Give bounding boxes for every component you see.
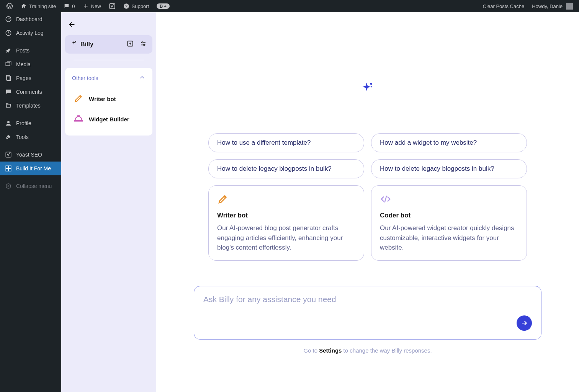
hero-sparkle-icon — [361, 81, 374, 95]
new-link[interactable]: New — [80, 0, 104, 12]
menu-posts[interactable]: Posts — [0, 44, 61, 57]
svg-rect-11 — [6, 166, 8, 168]
prompt-box — [194, 286, 541, 340]
chevron-up-icon — [139, 74, 146, 82]
back-button[interactable] — [65, 18, 79, 31]
templates-icon — [5, 102, 12, 109]
new-label: New — [91, 3, 101, 9]
avatar — [566, 3, 573, 10]
footer-note: Go to Settings to change the way Billy r… — [194, 347, 541, 354]
menu-yoast[interactable]: Yoast SEO — [0, 148, 61, 162]
yoast-icon — [5, 151, 12, 158]
clear-cache-link[interactable]: Clear Posts Cache — [480, 0, 527, 12]
suggestion-chip-2[interactable]: How to delete legacy blogposts in bulk? — [208, 159, 364, 178]
wp-admin-sidebar: Dashboard Activity Log Posts Media Pages… — [0, 12, 61, 392]
svg-point-19 — [144, 44, 145, 46]
menu-profile[interactable]: Profile — [0, 116, 61, 130]
hardhat-icon — [74, 114, 83, 125]
site-name-link[interactable]: Training site — [18, 0, 59, 12]
writer-bot-desc: Our AI-powered blog post generator craft… — [217, 223, 355, 253]
build-it-icon — [5, 165, 12, 172]
svg-point-15 — [6, 184, 11, 188]
dashboard-icon — [5, 15, 12, 23]
writer-bot-title: Writer bot — [217, 212, 355, 219]
billy-panel: Billy Other tools Writer bot Widget Buil… — [61, 12, 156, 392]
code-icon — [380, 193, 518, 206]
svg-point-9 — [7, 121, 10, 123]
tool-writer-bot[interactable]: Writer bot — [72, 89, 146, 109]
svg-text:?: ? — [125, 4, 128, 8]
svg-point-18 — [142, 42, 143, 43]
wp-logo[interactable] — [3, 0, 16, 12]
profile-icon — [5, 119, 12, 127]
media-icon — [5, 60, 12, 68]
svg-point-21 — [371, 86, 372, 87]
suggestion-chip-3[interactable]: How to delete legacy blogposts in bulk? — [371, 159, 527, 178]
comments-count: 0 — [72, 3, 75, 9]
menu-collapse[interactable]: Collapse menu — [0, 179, 61, 193]
settings-link[interactable]: Settings — [319, 347, 342, 354]
pin-icon — [5, 47, 12, 54]
new-chat-button[interactable] — [126, 40, 134, 49]
main-content: How to use a different template? How add… — [156, 12, 579, 392]
sparkle-icon — [70, 40, 77, 49]
pages-icon — [5, 74, 12, 82]
howdy-link[interactable]: Howdy, Daniel — [529, 0, 576, 12]
coder-bot-card[interactable]: Coder bot Our AI-powered widget creator … — [371, 185, 527, 261]
support-link[interactable]: ? Support — [120, 0, 152, 12]
svg-rect-6 — [6, 62, 10, 66]
svg-rect-12 — [9, 166, 11, 168]
menu-build-it[interactable]: Build It For Me — [0, 162, 61, 175]
svg-point-16 — [75, 41, 76, 42]
tools-icon — [5, 133, 12, 141]
prompt-input[interactable] — [203, 295, 532, 304]
suggestion-chip-1[interactable]: How add a widget to my website? — [371, 133, 527, 152]
bot-cards: Writer bot Our AI-powered blog post gene… — [208, 185, 527, 261]
admin-bar: Training site 0 New ? Support B + Clear … — [0, 0, 579, 12]
billy-header: Billy — [65, 35, 152, 54]
menu-templates[interactable]: Templates — [0, 99, 61, 113]
writer-bot-card[interactable]: Writer bot Our AI-powered blog post gene… — [208, 185, 364, 261]
comments-link[interactable]: 0 — [61, 0, 78, 12]
other-tools-card: Other tools Writer bot Widget Builder — [65, 68, 152, 136]
pencil-icon — [217, 193, 355, 206]
other-tools-toggle[interactable]: Other tools — [72, 74, 146, 82]
tool-widget-builder[interactable]: Widget Builder — [72, 109, 146, 129]
support-label: Support — [132, 3, 149, 9]
menu-pages[interactable]: Pages — [0, 71, 61, 85]
billy-title: Billy — [80, 41, 93, 48]
comments-icon — [5, 88, 12, 96]
svg-rect-13 — [6, 169, 8, 171]
settings-button[interactable] — [139, 40, 147, 49]
suggestion-chip-0[interactable]: How to use a different template? — [208, 133, 364, 152]
site-name: Training site — [29, 3, 56, 9]
collapse-icon — [5, 182, 12, 190]
bplus-badge: B + — [157, 3, 169, 9]
svg-point-20 — [370, 83, 372, 85]
pencil-icon — [74, 93, 83, 105]
menu-activity-log[interactable]: Activity Log — [0, 26, 61, 40]
menu-dashboard[interactable]: Dashboard — [0, 12, 61, 26]
send-button[interactable] — [517, 315, 532, 331]
yoast-bar-icon[interactable] — [106, 0, 119, 12]
menu-media[interactable]: Media — [0, 57, 61, 71]
coder-bot-title: Coder bot — [380, 212, 518, 219]
bplus-badge-wrap[interactable]: B + — [154, 0, 172, 12]
suggestions-grid: How to use a different template? How add… — [208, 133, 527, 178]
divider — [74, 60, 144, 60]
menu-comments[interactable]: Comments — [0, 85, 61, 99]
menu-tools[interactable]: Tools — [0, 130, 61, 144]
activity-icon — [5, 29, 12, 37]
svg-rect-14 — [9, 169, 11, 171]
coder-bot-desc: Our AI-powered widget creator quickly de… — [380, 223, 518, 253]
